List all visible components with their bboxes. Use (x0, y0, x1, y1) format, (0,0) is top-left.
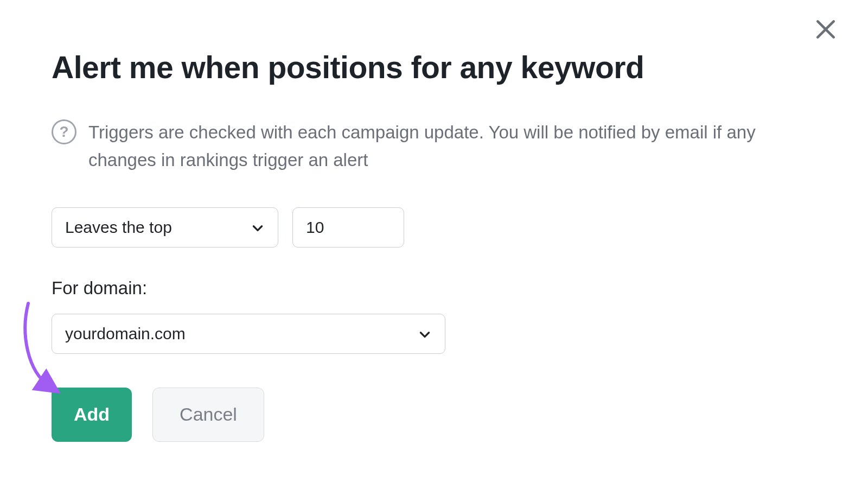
add-button-label: Add (74, 404, 110, 425)
trigger-condition-row: Leaves the top 10 (52, 207, 784, 248)
domain-select-value: yourdomain.com (65, 325, 186, 343)
condition-select[interactable]: Leaves the top (52, 207, 278, 248)
condition-select-value: Leaves the top (65, 218, 172, 237)
chevron-down-icon (418, 327, 432, 341)
chevron-down-icon (251, 220, 265, 234)
cancel-button[interactable]: Cancel (152, 388, 264, 442)
cancel-button-label: Cancel (180, 404, 237, 425)
help-text: Triggers are checked with each campaign … (88, 118, 756, 174)
dialog-buttons: Add Cancel (52, 388, 784, 442)
close-icon (814, 17, 838, 43)
add-button[interactable]: Add (52, 388, 132, 442)
domain-label: For domain: (52, 278, 784, 299)
threshold-value: 10 (306, 218, 324, 237)
close-button[interactable] (810, 15, 841, 46)
help-icon: ? (52, 119, 76, 144)
threshold-input[interactable]: 10 (292, 207, 404, 248)
dialog-title: Alert me when positions for any keyword (52, 50, 784, 86)
domain-select[interactable]: yourdomain.com (52, 314, 445, 354)
help-row: ? Triggers are checked with each campaig… (52, 118, 784, 174)
alert-dialog: Alert me when positions for any keyword … (52, 50, 784, 442)
